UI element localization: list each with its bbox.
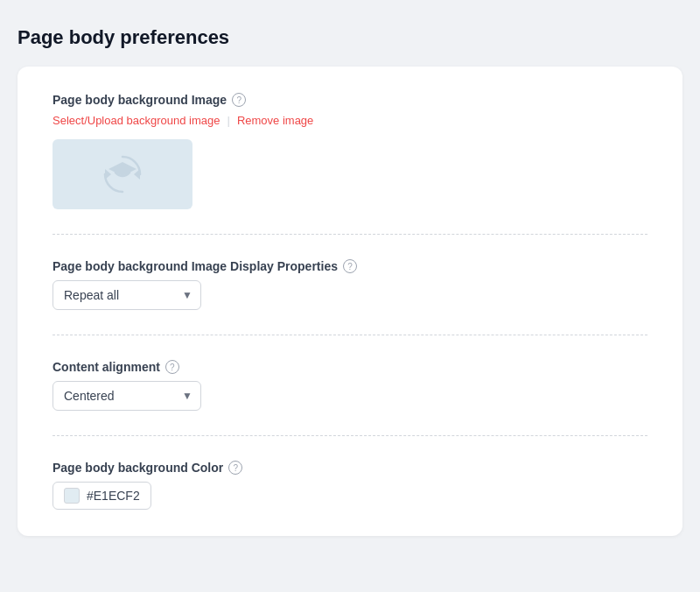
svg-marker-3 [105, 169, 111, 180]
color-swatch [64, 488, 80, 504]
image-placeholder-icon [98, 150, 147, 199]
select-upload-link[interactable]: Select/Upload background image [52, 114, 220, 127]
background-image-help-icon[interactable]: ? [232, 93, 246, 107]
content-alignment-label: Content alignment [52, 360, 160, 374]
link-separator: | [228, 114, 230, 127]
color-hex-value: #E1ECF2 [87, 489, 140, 503]
display-properties-label-row: Page body background Image Display Prope… [52, 259, 648, 273]
content-alignment-section: Content alignment ? Centered Left Right … [52, 360, 648, 436]
background-image-label: Page body background Image [52, 93, 227, 107]
background-color-help-icon[interactable]: ? [228, 461, 242, 475]
background-image-label-row: Page body background Image ? [52, 93, 648, 107]
svg-marker-1 [108, 162, 136, 176]
background-color-section: Page body background Color ? #E1ECF2 [52, 461, 648, 510]
image-preview [52, 139, 192, 209]
preferences-card: Page body background Image ? Select/Uplo… [18, 67, 682, 536]
svg-marker-2 [134, 169, 140, 180]
display-properties-select[interactable]: Repeat all No repeat Repeat X Repeat Y C… [52, 280, 201, 310]
display-properties-select-wrapper: Repeat all No repeat Repeat X Repeat Y C… [52, 280, 201, 310]
page-title: Page body preferences [18, 26, 682, 49]
display-properties-section: Page body background Image Display Prope… [52, 259, 648, 335]
color-picker-trigger[interactable]: #E1ECF2 [52, 482, 151, 510]
remove-image-link[interactable]: Remove image [237, 114, 313, 127]
content-alignment-help-icon[interactable]: ? [165, 360, 179, 374]
display-properties-help-icon[interactable]: ? [343, 259, 357, 273]
content-alignment-select-wrapper: Centered Left Right ▼ [52, 381, 201, 411]
display-properties-label: Page body background Image Display Prope… [52, 259, 338, 273]
page-container: Page body preferences Page body backgrou… [18, 26, 682, 566]
background-image-section: Page body background Image ? Select/Uplo… [52, 93, 648, 235]
background-color-label-row: Page body background Color ? [52, 461, 648, 475]
background-image-link-row: Select/Upload background image | Remove … [52, 114, 648, 127]
content-alignment-label-row: Content alignment ? [52, 360, 648, 374]
content-alignment-select[interactable]: Centered Left Right [52, 381, 201, 411]
background-color-label: Page body background Color [52, 461, 223, 475]
